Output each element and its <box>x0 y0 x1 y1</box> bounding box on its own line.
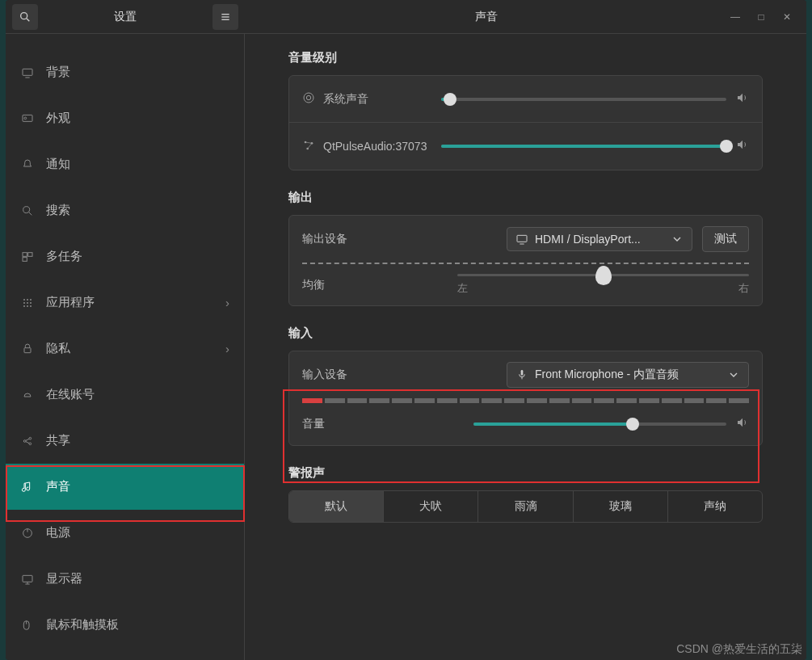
sidebar-item-2[interactable]: 外观 <box>6 95 244 141</box>
svg-point-28 <box>29 443 32 445</box>
alert-option-0[interactable]: 默认 <box>289 491 384 522</box>
svg-point-26 <box>23 439 26 442</box>
chevron-down-icon <box>671 233 684 246</box>
chevron-right-icon: › <box>225 342 229 355</box>
sidebar-icon <box>20 388 35 402</box>
sidebar-icon <box>20 526 35 540</box>
sidebar-item-label: 显示器 <box>46 571 82 586</box>
svg-rect-13 <box>23 252 27 256</box>
app-icon <box>302 139 315 154</box>
svg-rect-14 <box>28 252 32 256</box>
watermark: CSDN @热爱生活的五柒 <box>676 642 802 657</box>
sidebar-item-label: 共享 <box>46 433 70 448</box>
sidebar-icon <box>20 434 35 448</box>
sidebar-item-12[interactable]: 显示器 <box>6 556 244 602</box>
svg-rect-15 <box>23 257 27 261</box>
sidebar-item-3[interactable]: 通知 <box>6 141 244 187</box>
test-button[interactable]: 测试 <box>702 226 749 252</box>
svg-line-1 <box>27 19 29 21</box>
input-section-title: 输入 <box>288 326 763 341</box>
sidebar-icon <box>20 158 35 172</box>
balance-left-label: 左 <box>457 281 468 296</box>
sidebar-icon <box>20 572 35 586</box>
output-section-title: 输出 <box>288 190 763 205</box>
svg-rect-7 <box>23 69 32 75</box>
input-device-label: 输入设备 <box>302 368 347 382</box>
sidebar-item-10[interactable]: 声音 <box>6 464 244 510</box>
svg-line-30 <box>26 441 29 443</box>
svg-point-0 <box>21 12 27 19</box>
speaker-icon <box>736 91 749 107</box>
chevron-right-icon: › <box>225 296 229 309</box>
minimize-button[interactable]: — <box>727 9 743 25</box>
svg-rect-47 <box>521 370 524 376</box>
sidebar-item-5[interactable]: 多任务 <box>6 233 244 280</box>
svg-point-20 <box>27 302 28 304</box>
page-title: 声音 <box>245 10 727 24</box>
menu-button[interactable] <box>212 4 238 30</box>
system-volume-slider[interactable] <box>441 98 726 101</box>
maximize-button[interactable]: □ <box>753 9 769 25</box>
speaker-icon <box>736 416 749 432</box>
svg-point-19 <box>23 302 25 304</box>
sidebar-item-label: 多任务 <box>46 249 82 264</box>
sidebar-item-1[interactable]: 背景 <box>6 49 244 95</box>
svg-point-27 <box>29 437 32 439</box>
svg-point-16 <box>23 299 25 301</box>
sidebar-icon <box>20 204 35 218</box>
app-volume-slider[interactable] <box>441 145 726 148</box>
sidebar-item-label: 搜索 <box>46 203 70 218</box>
svg-rect-45 <box>517 235 527 242</box>
svg-point-39 <box>306 95 310 99</box>
svg-point-23 <box>27 305 28 307</box>
svg-rect-33 <box>23 575 32 582</box>
chevron-down-icon <box>727 368 740 381</box>
settings-title: 设置 <box>38 10 212 24</box>
sidebar-item-label: 声音 <box>46 479 70 494</box>
sidebar-icon <box>20 480 35 494</box>
sidebar-item-6[interactable]: 应用程序› <box>6 280 244 326</box>
input-volume-slider[interactable] <box>473 422 726 426</box>
app-sound-label: QtPulseAudio:37073 <box>323 140 427 153</box>
sidebar-icon <box>20 296 35 310</box>
system-sound-icon <box>302 91 315 107</box>
close-button[interactable]: ✕ <box>779 9 795 25</box>
sidebar-item-11[interactable]: 电源 <box>6 510 244 556</box>
sidebar-item-label: 隐私 <box>46 341 70 356</box>
monitor-icon <box>515 233 528 246</box>
svg-line-29 <box>26 439 29 440</box>
sidebar-item-4[interactable]: 搜索 <box>6 187 244 233</box>
sidebar-icon <box>20 342 35 356</box>
sidebar-item-8[interactable]: 在线账号 <box>6 372 244 418</box>
search-button[interactable] <box>12 4 38 30</box>
svg-line-43 <box>305 142 312 143</box>
svg-point-17 <box>27 299 28 301</box>
sidebar-icon <box>20 618 35 633</box>
svg-point-21 <box>30 302 32 304</box>
svg-point-10 <box>24 117 27 120</box>
balance-right-label: 右 <box>738 281 749 296</box>
sidebar-item-7[interactable]: 隐私› <box>6 326 244 372</box>
alert-section-title: 警报声 <box>288 465 763 481</box>
sidebar-icon <box>20 111 35 126</box>
sidebar-item-13[interactable]: 鼠标和触摸板 <box>6 602 244 648</box>
system-sound-label: 系统声音 <box>323 92 368 107</box>
balance-slider[interactable]: 左 右 <box>457 274 749 296</box>
input-device-dropdown[interactable]: Front Microphone - 内置音频 <box>507 362 749 388</box>
output-device-dropdown[interactable]: HDMI / DisplayPort... <box>507 227 692 251</box>
sidebar-item-label: 外观 <box>46 111 70 126</box>
sidebar-icon <box>20 65 35 80</box>
svg-line-44 <box>308 143 312 149</box>
sidebar-item-label: 在线账号 <box>46 387 95 402</box>
alert-option-1[interactable]: 犬吠 <box>384 491 478 522</box>
svg-point-22 <box>23 305 25 307</box>
sidebar-item-9[interactable]: 共享 <box>6 418 244 464</box>
alert-option-2[interactable]: 雨滴 <box>478 491 573 522</box>
speaker-icon <box>736 138 749 154</box>
input-volume-label: 音量 <box>302 417 464 431</box>
svg-point-24 <box>30 305 32 307</box>
sidebar-item-0[interactable]: 蓝牙 <box>6 34 244 49</box>
alert-option-3[interactable]: 玻璃 <box>574 491 668 522</box>
alert-option-4[interactable]: 声纳 <box>668 491 762 522</box>
svg-rect-25 <box>24 347 31 352</box>
